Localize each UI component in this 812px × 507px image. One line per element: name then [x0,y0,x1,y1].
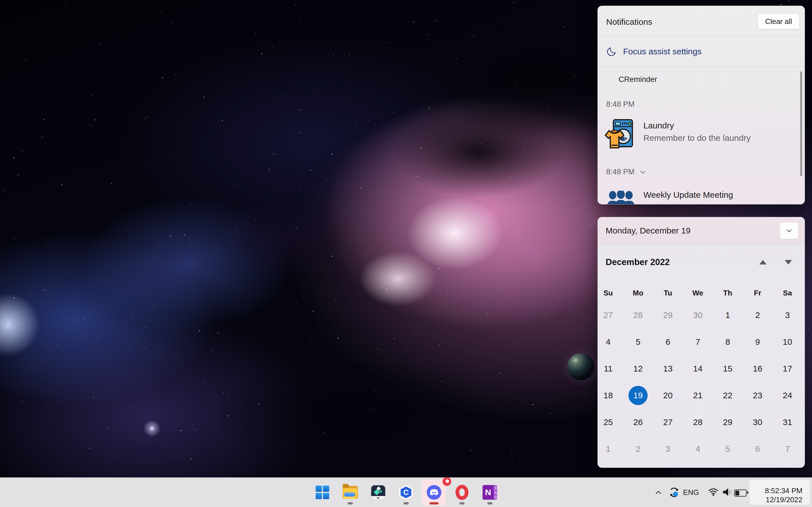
calendar-day-cell[interactable]: 4 [598,328,623,355]
calendar-day-cell[interactable]: 10 [772,328,802,355]
wifi-icon[interactable] [708,487,719,497]
calendar-day-cell[interactable]: 14 [683,355,713,382]
calendar-collapse-button[interactable] [780,222,799,239]
filmora-icon: w [371,485,385,499]
calendar-day-cell[interactable]: 13 [653,355,683,382]
notification-title[interactable]: Weekly Update Meeting [644,190,733,200]
notification-time-group-expandable[interactable]: 8:48 PM [606,168,647,176]
calendar-day-cell[interactable]: 15 [713,355,743,382]
meeting-people-icon [606,191,636,205]
calendar-day-cell[interactable]: 18 [598,382,623,409]
calendar-day-cell[interactable]: 21 [683,382,713,409]
day-name: Su [598,284,623,302]
onenote-icon: N [483,485,497,500]
taskbar-item-filmora[interactable]: w [364,478,392,507]
battery-icon[interactable] [734,490,747,497]
calendar-day-cell[interactable]: 8 [713,328,743,355]
taskbar-item-file-explorer[interactable] [336,478,364,507]
calendar-day-cell[interactable]: 29 [713,409,743,436]
running-indicator [348,502,353,504]
separator [598,36,805,37]
language-indicator[interactable]: ENG [682,488,700,497]
calendar-day-cell-selected[interactable]: 19 [623,382,653,409]
calendar-day-cell[interactable]: 1 [713,302,743,328]
calendar-day-cell[interactable]: 2 [743,302,772,328]
calendar-day-cell[interactable]: 2 [623,436,653,462]
notification-app-name[interactable]: CReminder [619,75,657,84]
calendar-day-cell[interactable]: 25 [598,409,623,436]
day-name: Th [713,284,743,302]
calendar-day-cell[interactable]: 27 [598,302,623,328]
calendar-day-cell[interactable]: 30 [683,302,713,328]
separator [598,66,805,66]
calendar-day-cell[interactable]: 6 [653,328,683,355]
calendar-day-cell[interactable]: 16 [743,355,772,382]
focus-assist-settings-link[interactable]: Focus assist settings [606,42,702,61]
volume-icon[interactable] [722,487,733,497]
clipchamp-icon: C [399,485,413,500]
taskbar-clock[interactable]: 8:52:34 PM 12/19/2022 [765,486,802,504]
calendar-day-cell[interactable]: 5 [623,328,653,355]
hidden-icons-chevron[interactable] [654,489,663,496]
windows-start-icon [315,486,329,499]
calendar-day-cell[interactable]: 5 [713,436,743,462]
taskbar-item-clipchamp[interactable]: C [392,478,420,507]
taskbar-item-opera[interactable] [448,478,476,507]
calendar-day-cell[interactable]: 20 [653,382,683,409]
calendar-day-cell[interactable]: 31 [772,409,802,436]
calendar-grid: Su Mo Tu We Th Fr Sa 27 28 29 30 1 2 3 4… [598,284,802,462]
calendar-date-header: Monday, December 19 [606,217,691,244]
clear-all-button[interactable]: Clear all [758,13,800,29]
day-name: Tu [653,284,683,302]
day-name: We [683,284,713,302]
discord-icon [426,485,441,500]
start-button[interactable] [308,478,336,507]
notification-body[interactable]: Remember to do the laundry [644,133,751,143]
calendar-day-cell[interactable]: 4 [683,436,713,462]
notification-body[interactable]: Starting in 5 minutes [644,203,720,205]
calendar-day-cell[interactable]: 1 [598,436,623,462]
clock-time: 8:52:34 PM [765,486,802,495]
running-indicator [459,502,464,504]
taskbar-item-discord[interactable] [420,478,448,507]
calendar-day-cell[interactable]: 29 [653,302,683,328]
taskbar-item-onenote[interactable]: N [476,478,504,507]
focus-assist-moon-icon [606,46,617,57]
calendar-day-cell[interactable]: 7 [683,328,713,355]
calendar-day-cell[interactable]: 28 [623,302,653,328]
sync-icon[interactable] [668,486,680,499]
calendar-day-cell[interactable]: 6 [743,436,772,462]
calendar-prev-month-button[interactable] [759,260,767,265]
calendar-day-cell[interactable]: 26 [623,409,653,436]
washing-machine-shirt-icon [605,119,634,149]
calendar-day-cell[interactable]: 22 [713,382,743,409]
calendar-day-cell[interactable]: 9 [743,328,772,355]
calendar-day-cell[interactable]: 27 [653,409,683,436]
opera-icon [455,485,468,500]
bright-star [143,420,161,437]
calendar-day-cell[interactable]: 7 [772,436,802,462]
calendar-day-cell[interactable]: 3 [653,436,683,462]
file-explorer-icon [343,486,358,499]
scrollbar[interactable] [800,71,802,176]
clock-date: 12/19/2022 [765,495,802,504]
calendar-day-cell[interactable]: 24 [772,382,802,409]
calendar-day-cell[interactable]: 28 [683,409,713,436]
day-name: Sa [772,284,802,302]
calendar-next-month-button[interactable] [784,260,792,265]
calendar-day-cell[interactable]: 3 [772,302,802,328]
running-indicator-notification [429,502,439,504]
notification-time-label: 8:48 PM [606,168,635,176]
taskbar-center-icons: w C [308,478,504,507]
calendar-day-cell[interactable]: 12 [623,355,653,382]
chevron-down-icon [639,168,647,176]
calendar-month-label[interactable]: December 2022 [606,253,670,271]
desktop: Notifications Clear all Focus assist set… [0,0,812,507]
notification-center: Notifications Clear all Focus assist set… [598,6,805,205]
calendar-day-cell[interactable]: 11 [598,355,623,382]
calendar-day-cell[interactable]: 23 [743,382,772,409]
notification-title[interactable]: Laundry [644,121,674,130]
chevron-down-icon [785,227,793,235]
calendar-day-cell[interactable]: 17 [772,355,802,382]
calendar-day-cell[interactable]: 30 [743,409,772,436]
